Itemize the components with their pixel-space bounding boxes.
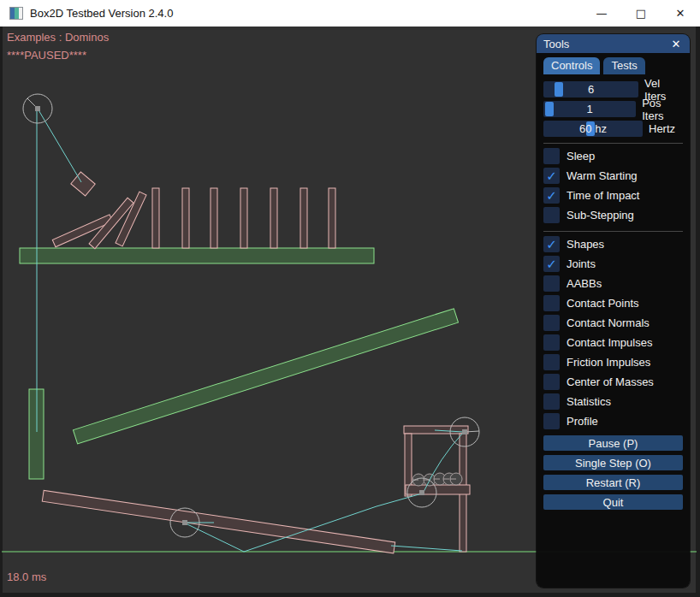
checkbox-box[interactable] xyxy=(543,354,560,370)
quit-button[interactable]: Quit xyxy=(543,494,683,510)
tools-panel: Tools ✕ Controls Tests 6 Vel Iters 1 Pos… xyxy=(537,34,690,588)
window-title: Box2D Testbed Version 2.4.0 xyxy=(30,7,173,20)
hanging-box[interactable] xyxy=(71,172,95,196)
checkbox-box[interactable]: ✓ xyxy=(543,187,560,204)
checkbox-sub-stepping[interactable]: Sub-Stepping xyxy=(543,205,683,225)
panel-close-icon[interactable]: ✕ xyxy=(669,38,683,50)
checkbox-joints[interactable]: ✓ Joints xyxy=(543,254,683,274)
checkbox-contact-impulses[interactable]: Contact Impulses xyxy=(543,333,683,352)
checkbox-box[interactable] xyxy=(543,413,560,429)
checkbox-time-of-impact[interactable]: ✓ Time of Impact xyxy=(543,186,683,205)
checkbox-box[interactable] xyxy=(543,334,560,351)
checkbox-contact-normals[interactable]: Contact Normals xyxy=(543,313,683,333)
close-icon[interactable]: ✕ xyxy=(661,0,700,27)
checkbox-profile[interactable]: Profile xyxy=(543,411,683,431)
app-window: Box2D Testbed Version 2.4.0 — □ ✕ xyxy=(0,0,700,597)
window-controls: — □ ✕ xyxy=(582,0,700,27)
tab-controls[interactable]: Controls xyxy=(543,57,600,74)
pause-button[interactable]: Pause (P) xyxy=(543,435,683,451)
checkbox-box[interactable] xyxy=(543,315,560,331)
os-titlebar: Box2D Testbed Version 2.4.0 — □ ✕ xyxy=(0,0,700,27)
dynamic-seesaw-plank[interactable] xyxy=(42,490,394,553)
vel-iters-slider[interactable]: 6 Vel Iters xyxy=(543,81,683,98)
checkbox-box[interactable] xyxy=(543,393,560,410)
separator xyxy=(543,231,683,232)
controls-tab-content: 6 Vel Iters 1 Pos Iters 60 hz Hertz xyxy=(537,74,690,510)
shelf-balls[interactable] xyxy=(412,473,462,486)
app-icon xyxy=(9,7,23,20)
checkbox-box[interactable]: ✓ xyxy=(543,168,560,184)
pos-iters-label: Pos Iters xyxy=(642,97,683,122)
tab-bar: Controls Tests xyxy=(537,53,690,74)
tools-panel-title: Tools xyxy=(543,38,569,50)
frame-structure[interactable] xyxy=(404,426,470,552)
upright-dominos[interactable] xyxy=(152,188,335,248)
checkbox-sleep[interactable]: Sleep xyxy=(543,146,683,166)
maximize-icon[interactable]: □ xyxy=(621,0,661,27)
hertz-slider[interactable]: 60 hz Hertz xyxy=(543,121,683,137)
hertz-label: Hertz xyxy=(649,122,675,135)
checkbox-shapes[interactable]: ✓ Shapes xyxy=(543,234,683,254)
checkbox-center-of-masses[interactable]: Center of Masses xyxy=(543,372,683,392)
restart-button[interactable]: Restart (R) xyxy=(543,475,683,490)
pos-iters-slider[interactable]: 1 Pos Iters xyxy=(543,101,683,117)
tools-panel-titlebar[interactable]: Tools ✕ xyxy=(537,34,690,53)
paused-label: ****PAUSED**** xyxy=(7,49,86,62)
checkbox-contact-points[interactable]: Contact Points xyxy=(543,293,683,313)
static-tilted-plank xyxy=(73,309,458,444)
checkbox-box[interactable]: ✓ xyxy=(543,256,560,272)
checkbox-box[interactable]: ✓ xyxy=(543,236,560,252)
checkbox-aabbs[interactable]: AABBs xyxy=(543,274,683,293)
checkbox-friction-impulses[interactable]: Friction Impulses xyxy=(543,352,683,372)
checkbox-box[interactable] xyxy=(543,275,560,292)
checkbox-box[interactable] xyxy=(543,374,560,390)
separator xyxy=(543,143,683,144)
checkbox-box[interactable] xyxy=(543,295,560,311)
static-platform xyxy=(20,248,374,263)
checkbox-box[interactable] xyxy=(543,207,560,223)
checkbox-box[interactable] xyxy=(543,148,560,164)
example-label: Examples : Dominos xyxy=(7,31,109,44)
checkbox-statistics[interactable]: Statistics xyxy=(543,392,683,411)
fallen-dominos[interactable] xyxy=(52,192,146,249)
minimize-icon[interactable]: — xyxy=(582,0,621,27)
frame-time: 18.0 ms xyxy=(7,570,46,583)
tab-tests[interactable]: Tests xyxy=(603,57,644,74)
single-step-button[interactable]: Single Step (O) xyxy=(543,455,683,470)
checkbox-warm-starting[interactable]: ✓ Warm Starting xyxy=(543,166,683,186)
